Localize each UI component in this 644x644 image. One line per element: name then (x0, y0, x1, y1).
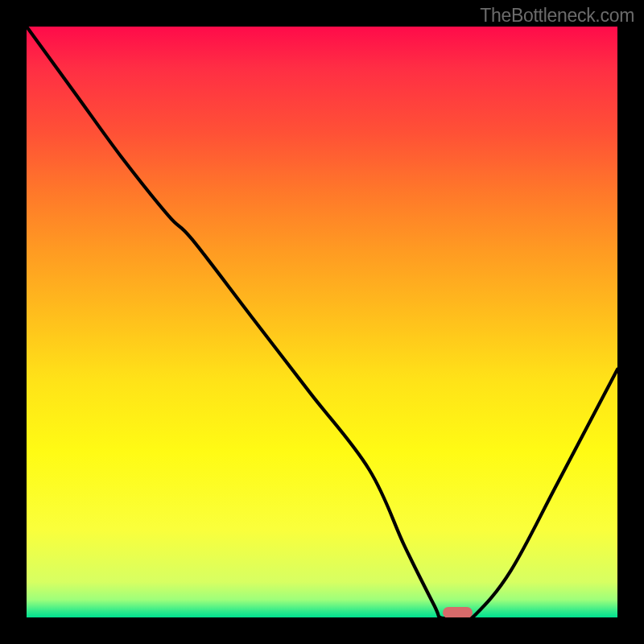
plot-area (27, 27, 617, 617)
attribution-text: TheBottleneck.com (480, 5, 634, 27)
optimal-point-pill (443, 607, 473, 617)
bottleneck-curve (27, 27, 617, 617)
chart-frame: TheBottleneck.com (0, 0, 644, 644)
curve-path (27, 27, 617, 617)
